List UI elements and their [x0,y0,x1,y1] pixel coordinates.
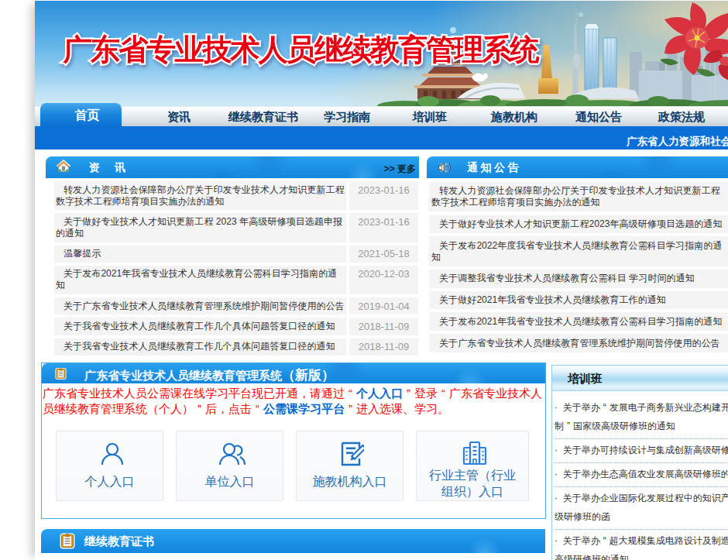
svg-text:广东省专业技术人员继续教育管理系统: 广东省专业技术人员继续教育管理系统 [62,33,541,66]
